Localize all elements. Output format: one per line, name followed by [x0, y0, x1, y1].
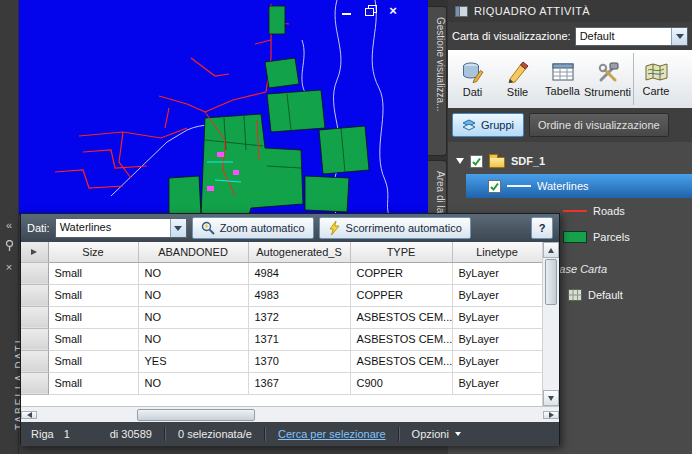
tree-node-waterlines[interactable]: Waterlines: [466, 174, 692, 198]
table-cell[interactable]: COPPER: [350, 284, 452, 306]
table-cell[interactable]: Small: [48, 328, 138, 350]
tool-label: Strumenti: [584, 86, 631, 98]
style-button[interactable]: Stile: [495, 53, 540, 105]
task-pane-title: RIQUADRO ATTIVITÀ: [474, 5, 590, 17]
header-row: Size ABANDONED Autogenerated_S TYPE Line…: [21, 242, 542, 262]
map-viewport[interactable]: ×: [19, 0, 428, 215]
vertical-scroll-thumb[interactable]: [545, 259, 557, 305]
restore-icon[interactable]: [364, 5, 376, 16]
table-row[interactable]: SmallYES1370ASBESTOS CEM...ByLayer: [21, 350, 542, 372]
collapse-icon[interactable]: «: [6, 220, 12, 231]
table-cell[interactable]: 1367: [248, 372, 350, 394]
tree-node-label: SDF_1: [511, 155, 545, 167]
scroll-right-icon[interactable]: [543, 411, 559, 419]
chevron-down-icon[interactable]: [170, 219, 186, 237]
options-button[interactable]: Opzioni: [412, 428, 461, 440]
table-cell[interactable]: NO: [138, 328, 248, 350]
table-row[interactable]: SmallNO1371ASBESTOS CEM...ByLayer: [21, 328, 542, 350]
vertical-scrollbar[interactable]: [542, 242, 559, 406]
table-row[interactable]: SmallNO4983COPPERByLayer: [21, 284, 542, 306]
table-cell[interactable]: ASBESTOS CEM...: [350, 306, 452, 328]
row-selector-cell[interactable]: [21, 284, 48, 306]
column-header[interactable]: ABANDONED: [138, 242, 248, 262]
tools-button[interactable]: Strumenti: [585, 53, 630, 105]
tool-label: Dati: [463, 86, 483, 98]
scroll-left-icon[interactable]: [21, 411, 37, 419]
tree-node-sdf1[interactable]: SDF_1: [448, 148, 692, 174]
application-window: « × TABELLA DATI: [0, 0, 692, 454]
table-cell[interactable]: ByLayer: [452, 284, 542, 306]
table-cell[interactable]: ASBESTOS CEM...: [350, 350, 452, 372]
expander-icon[interactable]: [456, 158, 464, 164]
column-header[interactable]: Autogenerated_S: [248, 242, 350, 262]
line-swatch-icon: [507, 185, 531, 187]
table-cell[interactable]: Small: [48, 284, 138, 306]
table-row[interactable]: SmallNO1372ASBESTOS CEM...ByLayer: [21, 306, 542, 328]
horizontal-scroll-thumb[interactable]: [137, 409, 255, 421]
table-cell[interactable]: NO: [138, 284, 248, 306]
task-pane-icon: [455, 6, 468, 17]
table-cell[interactable]: 4983: [248, 284, 350, 306]
scorrimento-automatico-button[interactable]: Scorrimento automatico: [319, 217, 471, 239]
table-row[interactable]: SmallNO1367C900ByLayer: [21, 372, 542, 394]
map-graphic: [19, 0, 428, 215]
scroll-down-icon[interactable]: [543, 390, 559, 406]
table-cell[interactable]: ByLayer: [452, 262, 542, 284]
tab-ordine-visualizzazione[interactable]: Ordine di visualizzazione: [529, 113, 669, 137]
table-cell[interactable]: ByLayer: [452, 306, 542, 328]
row-indicator-header[interactable]: [21, 242, 48, 262]
chevron-down-icon[interactable]: [671, 28, 687, 45]
table-cell[interactable]: NO: [138, 262, 248, 284]
pin-icon[interactable]: [5, 240, 14, 253]
close-icon[interactable]: ×: [387, 5, 399, 16]
table-cell[interactable]: Small: [48, 262, 138, 284]
display-map-combobox[interactable]: Default: [575, 27, 688, 46]
column-header[interactable]: TYPE: [350, 242, 452, 262]
tab-gruppi[interactable]: Gruppi: [452, 113, 524, 137]
table-cell[interactable]: COPPER: [350, 262, 452, 284]
zoom-automatico-label: Zoom automatico: [220, 222, 305, 234]
table-cell[interactable]: 4984: [248, 262, 350, 284]
zoom-automatico-button[interactable]: Zoom automatico: [192, 217, 314, 239]
scroll-up-icon[interactable]: [543, 242, 559, 258]
row-selector-cell[interactable]: [21, 306, 48, 328]
row-selector-cell[interactable]: [21, 262, 48, 284]
row-selector-cell[interactable]: [21, 350, 48, 372]
checkbox-waterlines[interactable]: [488, 180, 501, 193]
table-row[interactable]: SmallNO4984COPPERByLayer: [21, 262, 542, 284]
maps-button[interactable]: Carte: [633, 53, 678, 105]
row-selector-cell[interactable]: [21, 328, 48, 350]
table-cell[interactable]: Small: [48, 306, 138, 328]
table-cell[interactable]: Small: [48, 372, 138, 394]
column-header[interactable]: Size: [48, 242, 138, 262]
table-cell[interactable]: ByLayer: [452, 372, 542, 394]
layer-select-combobox[interactable]: Waterlines: [55, 218, 187, 238]
table-cell[interactable]: C900: [350, 372, 452, 394]
table-cell[interactable]: ByLayer: [452, 350, 542, 372]
horizontal-scrollbar[interactable]: [21, 406, 559, 422]
table-cell[interactable]: 1370: [248, 350, 350, 372]
table-cell[interactable]: ASBESTOS CEM...: [350, 328, 452, 350]
minimize-icon[interactable]: [341, 5, 353, 16]
checkbox-sdf1[interactable]: [470, 155, 483, 168]
table-cell[interactable]: NO: [138, 372, 248, 394]
tab-gruppi-label: Gruppi: [481, 119, 514, 131]
table-cell[interactable]: YES: [138, 350, 248, 372]
table-cell[interactable]: NO: [138, 306, 248, 328]
data-button[interactable]: Dati: [450, 53, 495, 105]
table-cell[interactable]: 1372: [248, 306, 350, 328]
table-button[interactable]: Tabella: [540, 53, 585, 105]
help-button[interactable]: ?: [531, 217, 553, 239]
total-rows-label: di 30589: [110, 428, 152, 440]
table-cell[interactable]: ByLayer: [452, 328, 542, 350]
tree-node-label: Waterlines: [537, 180, 589, 192]
search-to-select-link[interactable]: Cerca per selezionare: [278, 428, 386, 440]
line-swatch-icon: [563, 210, 587, 212]
column-header[interactable]: Linetype: [452, 242, 542, 262]
table-cell[interactable]: Small: [48, 350, 138, 372]
tab-display-manager[interactable]: Gestione visualizza...: [428, 6, 447, 156]
table-cell[interactable]: 1371: [248, 328, 350, 350]
row-selector-cell[interactable]: [21, 372, 48, 394]
row-value: 1: [64, 428, 70, 440]
close-icon[interactable]: ×: [6, 262, 12, 273]
